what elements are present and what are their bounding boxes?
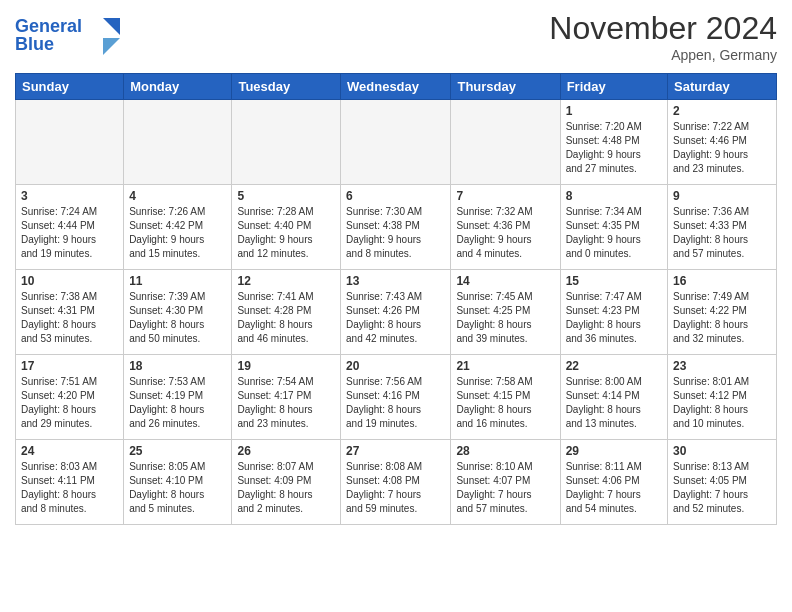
- day-number: 1: [566, 104, 662, 118]
- calendar-cell: 11Sunrise: 7:39 AM Sunset: 4:30 PM Dayli…: [124, 270, 232, 355]
- day-info: Sunrise: 8:13 AM Sunset: 4:05 PM Dayligh…: [673, 460, 771, 516]
- day-info: Sunrise: 7:39 AM Sunset: 4:30 PM Dayligh…: [129, 290, 226, 346]
- header: General Blue November 2024 Appen, German…: [15, 10, 777, 63]
- week-row-4: 17Sunrise: 7:51 AM Sunset: 4:20 PM Dayli…: [16, 355, 777, 440]
- calendar-cell: 6Sunrise: 7:30 AM Sunset: 4:38 PM Daylig…: [341, 185, 451, 270]
- calendar-cell: 26Sunrise: 8:07 AM Sunset: 4:09 PM Dayli…: [232, 440, 341, 525]
- day-number: 3: [21, 189, 118, 203]
- day-number: 26: [237, 444, 335, 458]
- day-number: 9: [673, 189, 771, 203]
- day-info: Sunrise: 7:56 AM Sunset: 4:16 PM Dayligh…: [346, 375, 445, 431]
- day-info: Sunrise: 7:22 AM Sunset: 4:46 PM Dayligh…: [673, 120, 771, 176]
- day-number: 27: [346, 444, 445, 458]
- weekday-header-monday: Monday: [124, 74, 232, 100]
- day-info: Sunrise: 7:49 AM Sunset: 4:22 PM Dayligh…: [673, 290, 771, 346]
- day-number: 22: [566, 359, 662, 373]
- day-number: 7: [456, 189, 554, 203]
- day-number: 30: [673, 444, 771, 458]
- calendar-cell: 9Sunrise: 7:36 AM Sunset: 4:33 PM Daylig…: [668, 185, 777, 270]
- day-number: 21: [456, 359, 554, 373]
- logo: General Blue: [15, 10, 125, 59]
- location: Appen, Germany: [549, 47, 777, 63]
- calendar-table: SundayMondayTuesdayWednesdayThursdayFrid…: [15, 73, 777, 525]
- weekday-header-thursday: Thursday: [451, 74, 560, 100]
- weekday-header-friday: Friday: [560, 74, 667, 100]
- calendar-cell: 25Sunrise: 8:05 AM Sunset: 4:10 PM Dayli…: [124, 440, 232, 525]
- day-number: 19: [237, 359, 335, 373]
- calendar-cell: 8Sunrise: 7:34 AM Sunset: 4:35 PM Daylig…: [560, 185, 667, 270]
- day-info: Sunrise: 7:28 AM Sunset: 4:40 PM Dayligh…: [237, 205, 335, 261]
- calendar-cell: 28Sunrise: 8:10 AM Sunset: 4:07 PM Dayli…: [451, 440, 560, 525]
- calendar-cell: 30Sunrise: 8:13 AM Sunset: 4:05 PM Dayli…: [668, 440, 777, 525]
- day-info: Sunrise: 7:51 AM Sunset: 4:20 PM Dayligh…: [21, 375, 118, 431]
- day-number: 13: [346, 274, 445, 288]
- week-row-3: 10Sunrise: 7:38 AM Sunset: 4:31 PM Dayli…: [16, 270, 777, 355]
- weekday-header-saturday: Saturday: [668, 74, 777, 100]
- day-info: Sunrise: 8:00 AM Sunset: 4:14 PM Dayligh…: [566, 375, 662, 431]
- week-row-1: 1Sunrise: 7:20 AM Sunset: 4:48 PM Daylig…: [16, 100, 777, 185]
- day-info: Sunrise: 8:10 AM Sunset: 4:07 PM Dayligh…: [456, 460, 554, 516]
- day-info: Sunrise: 7:54 AM Sunset: 4:17 PM Dayligh…: [237, 375, 335, 431]
- week-row-2: 3Sunrise: 7:24 AM Sunset: 4:44 PM Daylig…: [16, 185, 777, 270]
- day-info: Sunrise: 8:11 AM Sunset: 4:06 PM Dayligh…: [566, 460, 662, 516]
- calendar-container: General Blue November 2024 Appen, German…: [0, 0, 792, 535]
- day-number: 28: [456, 444, 554, 458]
- day-info: Sunrise: 8:01 AM Sunset: 4:12 PM Dayligh…: [673, 375, 771, 431]
- day-number: 14: [456, 274, 554, 288]
- day-info: Sunrise: 8:08 AM Sunset: 4:08 PM Dayligh…: [346, 460, 445, 516]
- day-info: Sunrise: 7:34 AM Sunset: 4:35 PM Dayligh…: [566, 205, 662, 261]
- day-info: Sunrise: 7:38 AM Sunset: 4:31 PM Dayligh…: [21, 290, 118, 346]
- day-number: 6: [346, 189, 445, 203]
- logo-text: General Blue: [15, 10, 125, 59]
- day-info: Sunrise: 7:53 AM Sunset: 4:19 PM Dayligh…: [129, 375, 226, 431]
- day-number: 24: [21, 444, 118, 458]
- weekday-header-wednesday: Wednesday: [341, 74, 451, 100]
- calendar-cell: 3Sunrise: 7:24 AM Sunset: 4:44 PM Daylig…: [16, 185, 124, 270]
- day-info: Sunrise: 7:58 AM Sunset: 4:15 PM Dayligh…: [456, 375, 554, 431]
- calendar-header-row: SundayMondayTuesdayWednesdayThursdayFrid…: [16, 74, 777, 100]
- calendar-cell: 18Sunrise: 7:53 AM Sunset: 4:19 PM Dayli…: [124, 355, 232, 440]
- day-number: 20: [346, 359, 445, 373]
- day-info: Sunrise: 7:41 AM Sunset: 4:28 PM Dayligh…: [237, 290, 335, 346]
- calendar-cell: 20Sunrise: 7:56 AM Sunset: 4:16 PM Dayli…: [341, 355, 451, 440]
- calendar-cell: 29Sunrise: 8:11 AM Sunset: 4:06 PM Dayli…: [560, 440, 667, 525]
- calendar-cell: 16Sunrise: 7:49 AM Sunset: 4:22 PM Dayli…: [668, 270, 777, 355]
- day-number: 4: [129, 189, 226, 203]
- svg-marker-2: [103, 18, 120, 35]
- calendar-cell: [124, 100, 232, 185]
- calendar-cell: [232, 100, 341, 185]
- svg-marker-3: [103, 38, 120, 55]
- weekday-header-sunday: Sunday: [16, 74, 124, 100]
- day-info: Sunrise: 8:05 AM Sunset: 4:10 PM Dayligh…: [129, 460, 226, 516]
- calendar-cell: 15Sunrise: 7:47 AM Sunset: 4:23 PM Dayli…: [560, 270, 667, 355]
- calendar-cell: [341, 100, 451, 185]
- day-info: Sunrise: 7:47 AM Sunset: 4:23 PM Dayligh…: [566, 290, 662, 346]
- day-number: 5: [237, 189, 335, 203]
- calendar-cell: 2Sunrise: 7:22 AM Sunset: 4:46 PM Daylig…: [668, 100, 777, 185]
- calendar-cell: 21Sunrise: 7:58 AM Sunset: 4:15 PM Dayli…: [451, 355, 560, 440]
- day-number: 29: [566, 444, 662, 458]
- week-row-5: 24Sunrise: 8:03 AM Sunset: 4:11 PM Dayli…: [16, 440, 777, 525]
- calendar-cell: 1Sunrise: 7:20 AM Sunset: 4:48 PM Daylig…: [560, 100, 667, 185]
- title-section: November 2024 Appen, Germany: [549, 10, 777, 63]
- calendar-cell: 5Sunrise: 7:28 AM Sunset: 4:40 PM Daylig…: [232, 185, 341, 270]
- day-info: Sunrise: 8:03 AM Sunset: 4:11 PM Dayligh…: [21, 460, 118, 516]
- day-number: 10: [21, 274, 118, 288]
- calendar-cell: 19Sunrise: 7:54 AM Sunset: 4:17 PM Dayli…: [232, 355, 341, 440]
- day-info: Sunrise: 7:20 AM Sunset: 4:48 PM Dayligh…: [566, 120, 662, 176]
- calendar-cell: 17Sunrise: 7:51 AM Sunset: 4:20 PM Dayli…: [16, 355, 124, 440]
- calendar-cell: [16, 100, 124, 185]
- day-number: 2: [673, 104, 771, 118]
- calendar-cell: 23Sunrise: 8:01 AM Sunset: 4:12 PM Dayli…: [668, 355, 777, 440]
- calendar-cell: 12Sunrise: 7:41 AM Sunset: 4:28 PM Dayli…: [232, 270, 341, 355]
- calendar-cell: 10Sunrise: 7:38 AM Sunset: 4:31 PM Dayli…: [16, 270, 124, 355]
- month-title: November 2024: [549, 10, 777, 47]
- calendar-cell: 14Sunrise: 7:45 AM Sunset: 4:25 PM Dayli…: [451, 270, 560, 355]
- day-info: Sunrise: 7:43 AM Sunset: 4:26 PM Dayligh…: [346, 290, 445, 346]
- day-number: 18: [129, 359, 226, 373]
- day-number: 15: [566, 274, 662, 288]
- day-info: Sunrise: 7:45 AM Sunset: 4:25 PM Dayligh…: [456, 290, 554, 346]
- day-info: Sunrise: 7:30 AM Sunset: 4:38 PM Dayligh…: [346, 205, 445, 261]
- calendar-cell: 13Sunrise: 7:43 AM Sunset: 4:26 PM Dayli…: [341, 270, 451, 355]
- day-number: 8: [566, 189, 662, 203]
